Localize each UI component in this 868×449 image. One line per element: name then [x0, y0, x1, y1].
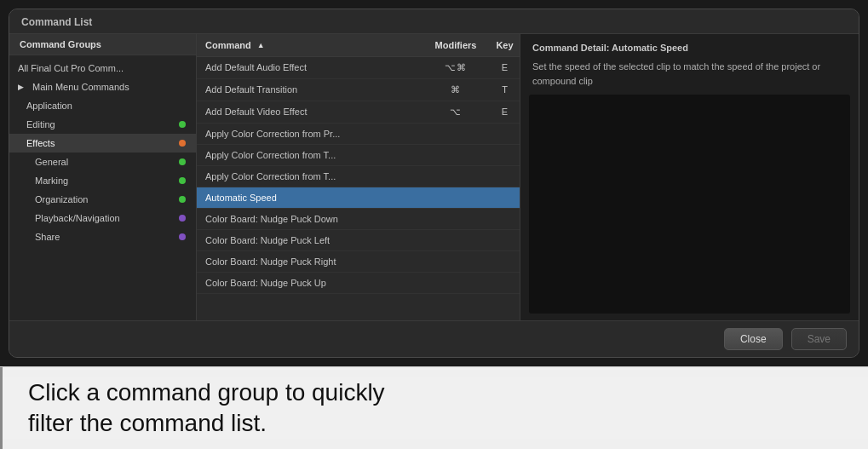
- table-row[interactable]: Apply Color Correction from T...: [197, 145, 520, 166]
- command-name-cell: Color Board: Nudge Puck Down: [197, 209, 422, 229]
- command-name-cell: Add Default Video Effect: [197, 101, 422, 123]
- key-cell: [490, 273, 520, 293]
- sidebar-item-playback[interactable]: Playback/Navigation: [9, 209, 196, 227]
- sidebar-item-share[interactable]: Share: [9, 227, 196, 246]
- sidebar-item-label: Editing: [26, 119, 174, 130]
- right-panel-title: Command Detail: Automatic Speed: [520, 34, 859, 60]
- dialog-footer: Close Save: [9, 320, 859, 357]
- sidebar-item-label: Share: [35, 232, 174, 242]
- sidebar-item-effects[interactable]: Effects: [9, 134, 196, 153]
- sidebar-item-application[interactable]: Application: [9, 96, 196, 115]
- sidebar-item-general[interactable]: General: [9, 153, 196, 171]
- sidebar-item-label: Application: [26, 101, 186, 111]
- command-name-cell: Apply Color Correction from T...: [197, 145, 422, 165]
- modifiers-cell: ⌥: [422, 101, 490, 123]
- command-rows: Add Default Audio Effect⌥⌘EAdd Default T…: [197, 57, 520, 320]
- modifiers-cell: [422, 273, 490, 293]
- purple-dot-icon: [179, 233, 186, 240]
- command-name-cell: Add Default Audio Effect: [197, 57, 422, 78]
- command-list-header: Command ▲ Modifiers Key: [197, 34, 520, 57]
- modifiers-cell: [422, 124, 490, 144]
- instruction-line1: Click a command group to quickly: [28, 379, 385, 406]
- key-cell: [490, 166, 520, 187]
- table-row[interactable]: Automatic Speed: [197, 187, 520, 209]
- command-name-cell: Add Default Transition: [197, 79, 422, 101]
- sort-arrow-icon: ▲: [257, 41, 265, 49]
- command-name-cell: Color Board: Nudge Puck Left: [197, 230, 422, 250]
- sidebar-item-editing[interactable]: Editing: [9, 115, 196, 134]
- close-button[interactable]: Close: [724, 328, 783, 350]
- command-col-label: Command: [205, 40, 251, 50]
- expand-arrow-icon: ▶: [18, 83, 24, 91]
- sidebar-item-marking[interactable]: Marking: [9, 171, 196, 190]
- table-row[interactable]: Apply Color Correction from Pr...: [197, 124, 520, 145]
- sidebar-item-label: Playback/Navigation: [35, 213, 174, 223]
- dialog-box: Command List Command Groups All Final Cu…: [9, 9, 859, 358]
- col-key-header: Key: [490, 34, 520, 56]
- green-dot-icon: [179, 177, 186, 184]
- sidebar-item-label: Marking: [35, 176, 174, 186]
- modifiers-cell: ⌥⌘: [422, 57, 490, 78]
- dialog-inner: Command Groups All Final Cut Pro Comm...…: [9, 34, 859, 320]
- sidebar-item-label: All Final Cut Pro Comm...: [18, 63, 186, 73]
- right-panel-desc: Set the speed of the selected clip to ma…: [520, 60, 859, 88]
- table-row[interactable]: Add Default Video Effect⌥E: [197, 101, 520, 124]
- bottom-section: Click a command group to quickly filter …: [0, 366, 868, 449]
- modifiers-cell: [422, 230, 490, 250]
- modifiers-cell: [422, 145, 490, 165]
- orange-dot-icon: [179, 140, 186, 147]
- modifiers-cell: [422, 187, 490, 208]
- modifiers-cell: [422, 209, 490, 229]
- sidebar-item-label: General: [35, 157, 174, 167]
- modifiers-cell: [422, 251, 490, 272]
- modifiers-cell: [422, 166, 490, 187]
- sidebar-item-main-menu[interactable]: ▶Main Menu Commands: [9, 78, 196, 96]
- main-container: Command List Command Groups All Final Cu…: [0, 0, 868, 449]
- command-name-cell: Color Board: Nudge Puck Right: [197, 251, 422, 272]
- instruction-area: Click a command group to quickly filter …: [3, 377, 868, 440]
- table-row[interactable]: Color Board: Nudge Puck Right: [197, 251, 520, 273]
- left-panel-list: All Final Cut Pro Comm...▶Main Menu Comm…: [9, 55, 196, 320]
- middle-panel: Command ▲ Modifiers Key Add Default Audi…: [197, 34, 520, 320]
- save-button[interactable]: Save: [791, 328, 847, 350]
- key-cell: [490, 209, 520, 229]
- instruction-line2: filter the command list.: [28, 410, 267, 436]
- command-name-cell: Automatic Speed: [197, 187, 422, 208]
- table-row[interactable]: Apply Color Correction from T...: [197, 166, 520, 187]
- col-modifiers-header: Modifiers: [422, 34, 490, 56]
- sidebar-item-label: Main Menu Commands: [32, 82, 186, 92]
- instruction-text: Click a command group to quickly filter …: [28, 377, 385, 440]
- purple-dot-icon: [179, 215, 186, 222]
- right-panel-canvas: [529, 95, 850, 314]
- key-cell: [490, 187, 520, 208]
- sidebar-item-organization[interactable]: Organization: [9, 190, 196, 209]
- sidebar-item-all-final-cut[interactable]: All Final Cut Pro Comm...: [9, 59, 196, 78]
- key-cell: T: [490, 79, 520, 101]
- left-panel: Command Groups All Final Cut Pro Comm...…: [9, 34, 197, 320]
- table-row[interactable]: Color Board: Nudge Puck Down: [197, 209, 520, 230]
- key-cell: E: [490, 101, 520, 123]
- command-name-cell: Apply Color Correction from T...: [197, 166, 422, 187]
- command-name-cell: Apply Color Correction from Pr...: [197, 124, 422, 144]
- key-cell: [490, 145, 520, 165]
- green-dot-icon: [179, 196, 186, 203]
- dialog-title: Command List: [9, 9, 859, 34]
- col-command-header: Command ▲: [197, 34, 422, 56]
- sidebar-item-label: Effects: [26, 138, 174, 148]
- top-section: Command List Command Groups All Final Cu…: [0, 0, 868, 366]
- table-row[interactable]: Color Board: Nudge Puck Left: [197, 230, 520, 251]
- sidebar-item-label: Organization: [35, 194, 174, 204]
- right-panel: Command Detail: Automatic Speed Set the …: [520, 34, 859, 320]
- command-name-cell: Color Board: Nudge Puck Up: [197, 273, 422, 293]
- key-cell: [490, 251, 520, 272]
- table-row[interactable]: Color Board: Nudge Puck Up: [197, 273, 520, 294]
- key-cell: [490, 230, 520, 250]
- key-cell: E: [490, 57, 520, 78]
- table-row[interactable]: Add Default Transition⌘T: [197, 79, 520, 101]
- green-dot-icon: [179, 121, 186, 128]
- table-row[interactable]: Add Default Audio Effect⌥⌘E: [197, 57, 520, 79]
- key-cell: [490, 124, 520, 144]
- green-dot-icon: [179, 158, 186, 165]
- modifiers-cell: ⌘: [422, 79, 490, 101]
- command-groups-header: Command Groups: [9, 34, 196, 55]
